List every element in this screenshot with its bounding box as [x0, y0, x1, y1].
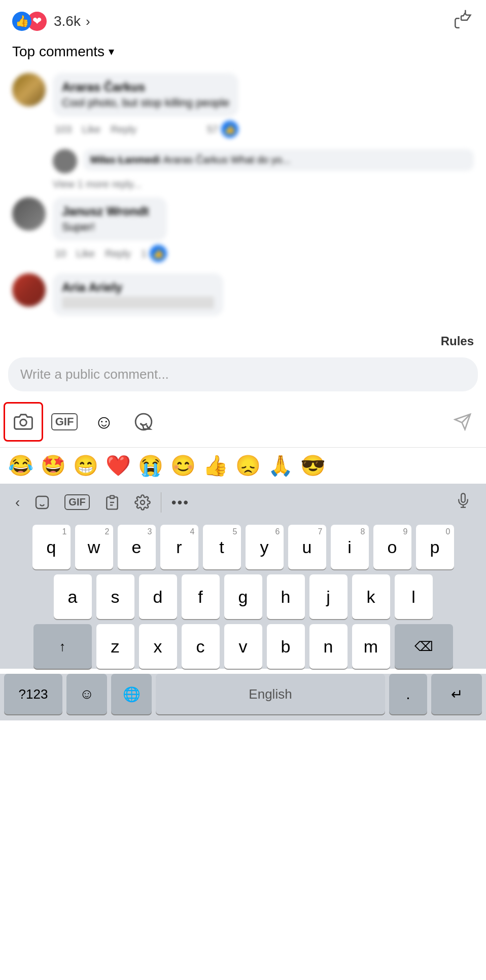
keyboard-bottom-row: ?123 ☺ 🌐 English . ↵	[0, 674, 486, 720]
key-e[interactable]: 3 e	[118, 525, 156, 569]
key-g[interactable]: g	[224, 574, 262, 619]
key-z[interactable]: z	[96, 624, 134, 669]
return-icon: ↵	[451, 686, 463, 703]
comment-text-3	[62, 297, 214, 309]
keyboard-clipboard-button[interactable]	[97, 490, 127, 515]
quick-emoji-7[interactable]: 👍	[203, 454, 228, 478]
key-row-2: a s d f g h j k l	[4, 574, 482, 619]
shift-key[interactable]: ↑	[33, 624, 92, 669]
key-f[interactable]: f	[182, 574, 220, 619]
gif-button[interactable]: GIF	[45, 402, 84, 442]
send-button[interactable]	[447, 407, 478, 437]
quick-emoji-9[interactable]: 🙏	[268, 454, 293, 478]
sticker-button[interactable]	[124, 402, 163, 442]
quick-emoji-3[interactable]: 😁	[73, 454, 98, 478]
keyboard-gif-button[interactable]: GIF	[57, 490, 96, 514]
reactions-left[interactable]: 👍 ❤ 3.6k ›	[12, 12, 90, 31]
comment-actions-2: 10 Like Reply 1 👍	[53, 245, 167, 262]
key-s[interactable]: s	[96, 574, 134, 619]
quick-emoji-4[interactable]: ❤️	[106, 454, 131, 478]
key-d[interactable]: d	[139, 574, 177, 619]
reply-comment-1: Miłas Łanmedi Araras Čarkus What do yo..…	[53, 149, 474, 173]
period-key[interactable]: .	[389, 674, 427, 714]
shift-icon: ↑	[59, 639, 66, 655]
key-row-1: 1 q 2 w 3 e 4 r 5 t 6 y 7 u 8 i	[4, 525, 482, 569]
key-n[interactable]: n	[309, 624, 348, 669]
key-t[interactable]: 5 t	[203, 525, 241, 569]
emoji-button[interactable]: ☺	[84, 402, 124, 442]
rules-bar[interactable]: Rules	[0, 332, 486, 352]
thumbs-up-button[interactable]	[454, 9, 474, 33]
key-v[interactable]: v	[224, 624, 262, 669]
key-i[interactable]: 8 i	[331, 525, 369, 569]
comment-name-2: Janusz Wrondt	[62, 204, 158, 219]
key-b[interactable]: b	[267, 624, 305, 669]
avatar-3	[12, 273, 46, 307]
emoji-key[interactable]: ☺	[66, 674, 107, 714]
rules-link[interactable]: Rules	[441, 334, 474, 348]
like-icon: 👍	[12, 12, 31, 31]
comment-like-count-1: 103	[55, 124, 72, 135]
key-w[interactable]: 2 w	[75, 525, 113, 569]
key-c[interactable]: c	[182, 624, 220, 669]
key-k[interactable]: k	[352, 574, 390, 619]
comment-input-box[interactable]: Write a public comment...	[8, 357, 478, 391]
svg-point-10	[141, 500, 145, 504]
camera-button[interactable]	[4, 402, 43, 442]
avatar-2	[12, 197, 46, 231]
keyboard-back-button[interactable]: ‹	[8, 490, 27, 515]
svg-rect-7	[110, 495, 114, 498]
comment-text-1: Cool photo, but stop killing people	[62, 96, 229, 110]
key-o[interactable]: 9 o	[373, 525, 411, 569]
comments-header[interactable]: Top comments ▾	[0, 39, 486, 68]
reactions-bar: 👍 ❤ 3.6k ›	[0, 0, 486, 39]
keyboard-mic-button[interactable]	[448, 489, 478, 516]
quick-emoji-6[interactable]: 😊	[170, 454, 196, 478]
reply-count-1: 57	[207, 124, 218, 135]
like-badge-1: 👍	[221, 121, 238, 138]
key-q[interactable]: 1 q	[32, 525, 71, 569]
key-y[interactable]: 6 y	[246, 525, 284, 569]
keyboard-settings-button[interactable]	[127, 490, 158, 515]
mic-icon	[456, 493, 471, 508]
keyboard-more-button[interactable]: •••	[164, 490, 196, 515]
reactions-count: 3.6k	[54, 13, 81, 29]
like-badge-2: 👍	[150, 245, 167, 262]
globe-key[interactable]: 🌐	[111, 674, 152, 714]
quick-emoji-2[interactable]: 🤩	[41, 454, 66, 478]
key-x[interactable]: x	[139, 624, 177, 669]
reactions-chevron[interactable]: ›	[86, 14, 90, 29]
camera-icon	[14, 412, 33, 431]
quick-emoji-8[interactable]: 😞	[235, 454, 261, 478]
key-u[interactable]: 7 u	[288, 525, 326, 569]
quick-emoji-1[interactable]: 😂	[8, 454, 33, 478]
emoji-key-icon: ☺	[80, 686, 94, 702]
comment-reply-2: Reply	[105, 248, 131, 260]
key-j[interactable]: j	[309, 574, 348, 619]
backspace-key[interactable]: ⌫	[395, 624, 453, 669]
settings-icon	[134, 494, 151, 511]
svg-point-0	[20, 419, 27, 426]
clipboard-icon	[104, 494, 120, 511]
comments-dropdown-icon[interactable]: ▾	[109, 45, 114, 58]
key-m[interactable]: m	[352, 624, 390, 669]
numeric-key[interactable]: ?123	[4, 674, 62, 714]
quick-emoji-5[interactable]: 😭	[138, 454, 163, 478]
comment-item-1: Araras Čarkus Cool photo, but stop killi…	[12, 73, 474, 138]
reply-avatar-1	[53, 149, 77, 173]
key-l[interactable]: l	[395, 574, 433, 619]
emoji-quick-row: 😂 🤩 😁 ❤️ 😭 😊 👍 😞 🙏 😎	[0, 447, 486, 484]
comment-item-2: Janusz Wrondt Super! 10 Like Reply 1 👍	[12, 197, 474, 262]
comment-like-count-2: 10	[55, 248, 66, 260]
key-p[interactable]: 0 p	[416, 525, 454, 569]
quick-emoji-10[interactable]: 😎	[300, 454, 326, 478]
backspace-icon: ⌫	[414, 639, 433, 655]
key-r[interactable]: 4 r	[160, 525, 198, 569]
keyboard-sticker-button[interactable]	[27, 490, 57, 515]
key-h[interactable]: h	[267, 574, 305, 619]
return-key[interactable]: ↵	[431, 674, 482, 714]
space-key[interactable]: English	[156, 674, 385, 714]
key-a[interactable]: a	[54, 574, 92, 619]
gif-label: GIF	[51, 413, 78, 430]
view-more-replies-1: View 1 more reply...	[53, 178, 474, 190]
